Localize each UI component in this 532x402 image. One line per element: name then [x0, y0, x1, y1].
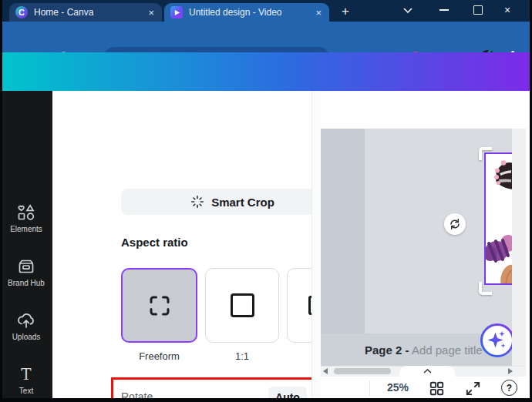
uploads-cloud-icon — [0, 311, 52, 330]
canva-editor-window: C Home - Canva × Untitled design - Video… — [0, 0, 532, 402]
svg-text:T: T — [21, 365, 32, 384]
browser-tab-strip: C Home - Canva × Untitled design - Video… — [0, 0, 532, 22]
square-ratio-icon — [231, 293, 254, 317]
canvas-top-strip: Edit photo — [321, 91, 532, 129]
canva-favicon: C — [15, 6, 28, 18]
browser-tab-design[interactable]: Untitled design - Video × — [164, 3, 329, 22]
selection-handle-bottom-left[interactable] — [479, 282, 492, 295]
sidebar-item-text[interactable]: T Text — [0, 365, 52, 395]
aspect-option-label: 1:1 — [205, 350, 279, 362]
chevron-down-icon[interactable] — [402, 4, 414, 16]
smart-crop-label: Smart Crop — [211, 196, 274, 209]
status-bar — [321, 377, 532, 398]
browser-tab-home[interactable]: C Home - Canva × — [9, 3, 162, 22]
aspect-ratio-title: Aspect ratio — [121, 236, 188, 249]
help-icon[interactable]: ? — [501, 380, 517, 396]
sidebar-item-label: Elements — [0, 225, 52, 233]
fullscreen-icon[interactable] — [465, 380, 481, 397]
horizontal-scrollbar-thumb[interactable] — [334, 368, 391, 374]
aspect-option-freeform[interactable] — [121, 268, 197, 343]
aspect-option-1-1[interactable] — [205, 268, 279, 343]
sidebar-item-uploads[interactable]: Uploads — [0, 311, 52, 341]
rotate-icon — [449, 218, 461, 230]
sidebar-item-elements[interactable]: Elements — [0, 203, 52, 233]
creature-image — [486, 154, 512, 285]
page-title-placeholder: Add page title — [412, 343, 483, 357]
window-border-left — [0, 0, 2, 402]
aspect-option-label: Freeform — [121, 350, 197, 362]
panel-scrollbar[interactable] — [311, 91, 321, 402]
scroll-left-arrow[interactable] — [323, 368, 328, 374]
tab-title: Home - Canva — [34, 7, 146, 18]
scroll-right-arrow[interactable] — [508, 368, 513, 374]
crop-panel: Smart Crop Aspect ratio Freeform 1:1 16:… — [52, 91, 311, 402]
rotate-handle-button[interactable] — [444, 213, 466, 235]
browser-toolbar: ← → canva.com/design/DAFj0Oe9P6w/i35n3..… — [0, 22, 532, 52]
magic-assistant-button[interactable] — [479, 322, 516, 359]
tab-close-icon[interactable]: × — [146, 7, 156, 18]
text-icon: T — [0, 365, 52, 384]
zoom-level[interactable]: 25% — [387, 381, 409, 394]
editor-sidebar: Elements Brand Hub Uploads T Text Draw — [0, 91, 52, 402]
grid-view-icon[interactable] — [429, 380, 445, 397]
sidebar-item-label: Uploads — [0, 333, 52, 341]
video-favicon — [170, 6, 183, 18]
divider — [369, 380, 370, 396]
close-button[interactable]: × — [501, 4, 513, 16]
selection-handle-top-left[interactable] — [479, 147, 492, 160]
window-border-bottom — [0, 398, 532, 402]
tab-close-icon[interactable]: × — [314, 7, 323, 18]
page-label[interactable]: Page 2 - Add page title — [365, 343, 483, 357]
smart-crop-button[interactable]: Smart Crop — [121, 189, 344, 215]
collapse-panel-notch[interactable] — [399, 366, 455, 377]
tab-title: Untitled design - Video — [189, 7, 314, 18]
brand-hub-icon — [0, 257, 52, 276]
sidebar-item-label: Brand Hub — [0, 279, 52, 287]
elements-shapes-icon — [0, 203, 52, 222]
selected-image-page[interactable] — [484, 152, 512, 285]
sparkle-icon — [190, 195, 204, 209]
canvas-vertical-scrollbar[interactable] — [512, 129, 526, 366]
maximize-button[interactable] — [472, 4, 484, 16]
freeform-crop-icon — [146, 292, 173, 320]
canva-header: File Try Canva Pro — [0, 52, 532, 91]
minimize-button[interactable] — [438, 4, 450, 16]
page-number: Page 2 - — [365, 343, 409, 357]
sidebar-item-brand-hub[interactable]: Brand Hub — [0, 257, 52, 287]
sidebar-item-label: Text — [0, 387, 52, 395]
new-tab-button[interactable]: + — [338, 4, 353, 19]
chevron-up-icon — [423, 369, 432, 374]
